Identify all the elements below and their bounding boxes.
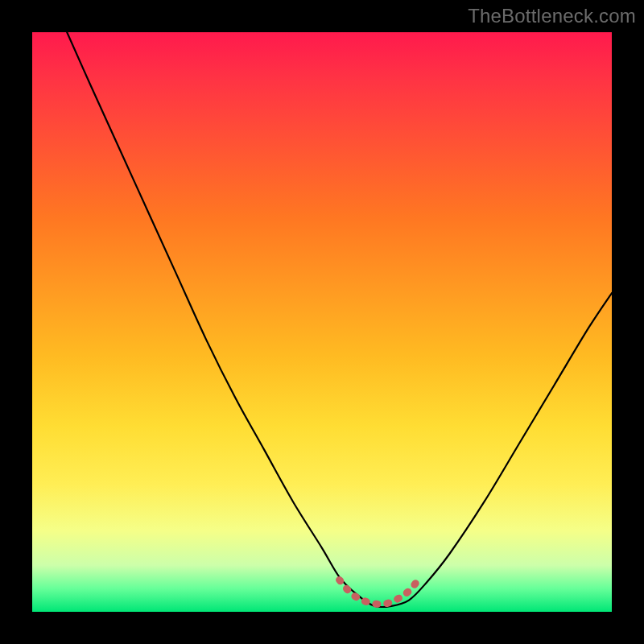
curve-svg: [32, 32, 612, 612]
chart-frame: TheBottleneck.com: [0, 0, 644, 644]
watermark-text: TheBottleneck.com: [468, 5, 636, 27]
bottleneck-curve: [67, 32, 612, 607]
plot-area: [32, 32, 612, 612]
